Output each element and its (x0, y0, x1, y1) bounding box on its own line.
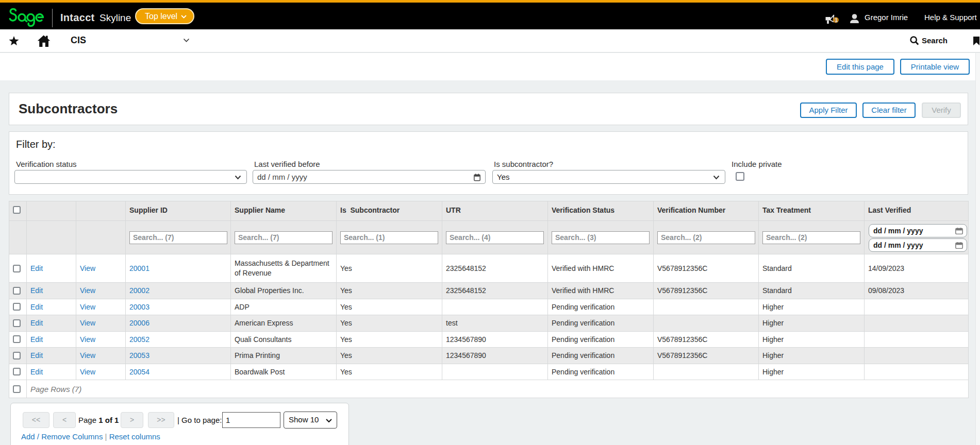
svg-text:1: 1 (835, 17, 838, 23)
